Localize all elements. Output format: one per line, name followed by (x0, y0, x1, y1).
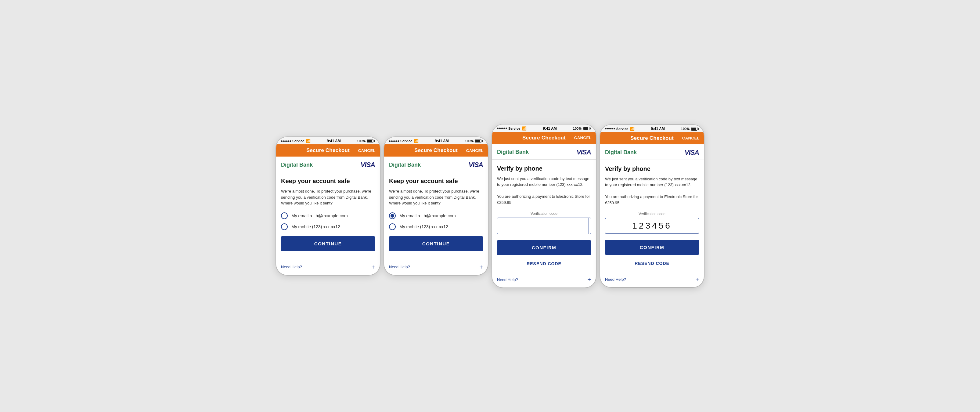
page-title-3: Verify by phone (497, 165, 591, 172)
bank-name-2: Digital Bank (389, 162, 421, 168)
radio-circle-mobile-1 (281, 223, 288, 230)
battery-icon-4 (691, 127, 699, 130)
verify-label-4: Verification code (605, 212, 699, 216)
dot2 (283, 140, 285, 142)
battery-pct-4: 100% (681, 127, 690, 130)
status-right-1: 100% (357, 139, 375, 143)
status-right-4: 100% (681, 127, 699, 130)
card-area-4: Digital Bank VISA (600, 144, 704, 160)
header-title-1: Secure Checkout (306, 147, 350, 154)
plus-icon-2[interactable]: + (479, 264, 483, 270)
radio-circle-mobile-2 (389, 223, 396, 230)
radio-email-1[interactable]: My email a...b@example.com (281, 212, 375, 219)
bank-name-4: Digital Bank (605, 149, 637, 156)
confirm-button-4[interactable]: CONFIRM (605, 240, 699, 255)
battery-pct-3: 100% (573, 127, 582, 130)
service-label-2: Service (400, 139, 412, 143)
page-desc-1: We're almost done. To protect your purch… (281, 188, 375, 206)
time-1: 9:41 AM (327, 139, 341, 143)
signal-dots-2 (389, 140, 399, 142)
page-title-2: Keep your account safe (389, 178, 483, 185)
radio-inner-email-2 (391, 214, 394, 218)
status-left-4: Service 📶 (605, 127, 635, 131)
phone-screen-2: Service 📶 9:41 AM 100% Secure Checkout C… (384, 137, 488, 275)
need-help-3[interactable]: Need Help? (497, 277, 518, 282)
plus-icon-1[interactable]: + (371, 264, 375, 270)
status-bar-2: Service 📶 9:41 AM 100% (384, 137, 488, 144)
visa-logo-2: VISA (469, 161, 483, 169)
signal-dots-1 (281, 140, 291, 142)
page-desc-4: We just sent you a verification code by … (605, 176, 699, 206)
code-input-right-3[interactable] (589, 218, 591, 234)
radio-mobile-2[interactable]: My mobile (123) xxx-xx12 (389, 223, 483, 230)
continue-button-2[interactable]: CONTINUE (389, 236, 483, 251)
content-2: Keep your account safe We're almost done… (384, 172, 488, 261)
phone-screen-1: Service 📶 9:41 AM 100% Secure Checkout C… (276, 137, 380, 275)
page-desc-3: We just sent you a verification code by … (497, 176, 591, 206)
content-4: Verify by phone We just sent you a verif… (600, 160, 704, 274)
dot3 (285, 140, 287, 142)
status-left-3: Service 📶 (497, 126, 527, 130)
cancel-button-4[interactable]: CANCEL (682, 136, 700, 140)
radio-mobile-1[interactable]: My mobile (123) xxx-xx12 (281, 223, 375, 230)
service-label-1: Service (292, 139, 304, 143)
radio-email-2[interactable]: My email a...b@example.com (389, 212, 483, 219)
page-desc-2: We're almost done. To protect your purch… (389, 188, 483, 206)
radio-group-1: My email a...b@example.com My mobile (12… (281, 212, 375, 230)
service-label-3: Service (508, 127, 520, 130)
page-title-1: Keep your account safe (281, 178, 375, 185)
need-help-1[interactable]: Need Help? (281, 265, 302, 269)
footer-3: Need Help? + (492, 274, 596, 288)
radio-label-mobile-2: My mobile (123) xxx-xx12 (399, 224, 448, 229)
header-title-3: Secure Checkout (522, 135, 566, 141)
need-help-2[interactable]: Need Help? (389, 265, 410, 269)
footer-4: Need Help? + (600, 273, 704, 287)
visa-logo-1: VISA (361, 161, 375, 169)
radio-label-mobile-1: My mobile (123) xxx-xx12 (291, 224, 340, 229)
time-4: 9:41 AM (651, 127, 665, 131)
card-area-1: Digital Bank VISA (276, 157, 380, 172)
dot4 (287, 140, 289, 142)
cancel-button-3[interactable]: CANCEL (574, 135, 592, 140)
plus-icon-4[interactable]: + (695, 276, 699, 282)
battery-icon-1 (367, 139, 375, 143)
dot1 (281, 140, 283, 142)
content-3: Verify by phone We just sent you a verif… (492, 160, 596, 274)
battery-icon-2 (475, 139, 483, 143)
bank-name-1: Digital Bank (281, 162, 313, 168)
status-bar-1: Service 📶 9:41 AM 100% (276, 137, 380, 144)
time-2: 9:41 AM (435, 139, 449, 143)
card-area-2: Digital Bank VISA (384, 157, 488, 172)
header-bar-2: Secure Checkout CANCEL (384, 144, 488, 157)
verify-label-3: Verification code (497, 212, 591, 216)
wifi-icon-3: 📶 (522, 126, 527, 130)
footer-2: Need Help? + (384, 261, 488, 275)
header-title-2: Secure Checkout (414, 147, 458, 154)
phone-screen-4: Service 📶 9:41 AM 100% Secure Checkout C… (600, 125, 704, 288)
resend-button-3[interactable]: RESEND CODE (497, 259, 591, 268)
radio-group-2: My email a...b@example.com My mobile (12… (389, 212, 483, 230)
header-title-4: Secure Checkout (630, 135, 674, 141)
cancel-button-2[interactable]: CANCEL (466, 148, 484, 153)
resend-button-4[interactable]: RESEND CODE (605, 259, 699, 268)
code-inputs-3[interactable] (497, 218, 591, 234)
status-right-2: 100% (465, 139, 483, 143)
code-input-left-3[interactable] (497, 218, 589, 234)
code-input-4[interactable] (605, 218, 699, 234)
cancel-button-1[interactable]: CANCEL (358, 148, 375, 153)
radio-label-email-1: My email a...b@example.com (291, 213, 348, 218)
wifi-icon-4: 📶 (630, 127, 635, 131)
phone-screen-3: Service 📶 9:41 AM 100% Secure Checkout C… (492, 124, 596, 288)
need-help-4[interactable]: Need Help? (605, 277, 626, 282)
header-bar-3: Secure Checkout CANCEL (492, 132, 596, 144)
dot5 (290, 140, 291, 142)
confirm-button-3[interactable]: CONFIRM (497, 240, 591, 255)
continue-button-1[interactable]: CONTINUE (281, 236, 375, 251)
visa-logo-4: VISA (685, 149, 699, 157)
battery-pct-1: 100% (357, 139, 366, 143)
battery-icon-3 (583, 127, 591, 130)
plus-icon-3[interactable]: + (587, 277, 591, 283)
footer-1: Need Help? + (276, 261, 380, 275)
status-bar-3: Service 📶 9:41 AM 100% (492, 124, 596, 132)
radio-label-email-2: My email a...b@example.com (399, 213, 456, 218)
